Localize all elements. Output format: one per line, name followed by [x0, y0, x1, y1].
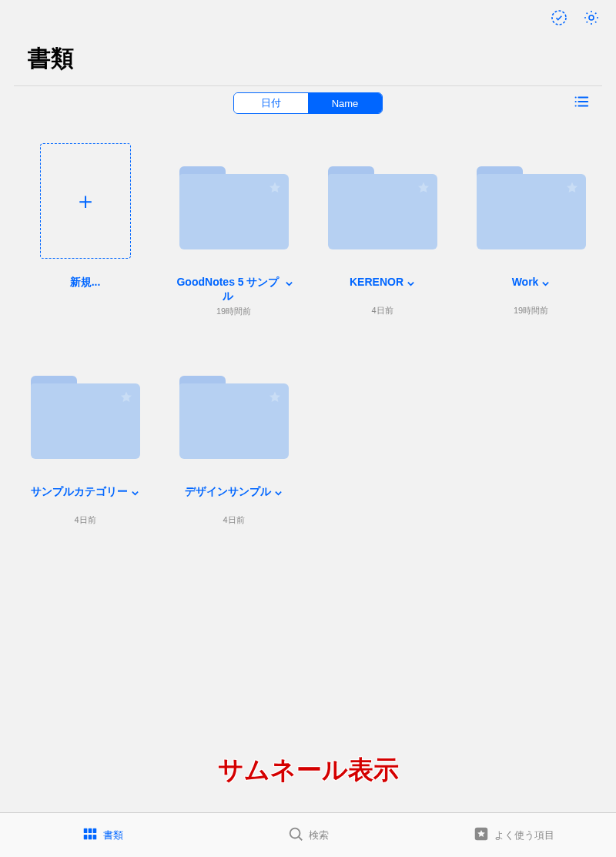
star-icon[interactable] [119, 390, 134, 408]
star-icon[interactable] [564, 180, 580, 199]
folder-icon [31, 376, 140, 459]
tab-search[interactable]: 検索 [206, 813, 411, 857]
chevron-down-icon[interactable] [541, 277, 550, 291]
documents-grid: ＋ 新規... GoodNotes 5 サンプル 19時間前 [0, 120, 616, 526]
folder-name: KERENOR [350, 276, 403, 290]
new-item-label: 新規... [70, 276, 101, 290]
folder-meta: 4日前 [74, 514, 95, 526]
folder-name: Work [512, 276, 539, 290]
star-icon[interactable] [416, 180, 431, 199]
folder-icon [179, 376, 289, 459]
svg-point-1 [589, 15, 594, 20]
gear-icon[interactable] [582, 8, 601, 30]
sort-name-tab[interactable]: Name [308, 93, 382, 113]
svg-rect-9 [89, 829, 92, 833]
svg-rect-11 [84, 835, 88, 839]
svg-point-4 [575, 101, 577, 102]
tab-documents-label: 書類 [103, 829, 123, 842]
folder-cell[interactable]: Work 19時間前 [469, 143, 593, 317]
grid-icon [82, 825, 99, 845]
sort-segmented: 日付 Name [233, 92, 383, 114]
tab-search-label: 検索 [309, 829, 329, 842]
folder-cell[interactable]: GoodNotes 5 サンプル 19時間前 [172, 143, 296, 317]
sort-date-tab[interactable]: 日付 [234, 93, 308, 113]
folder-meta: 19時間前 [216, 306, 251, 317]
svg-rect-10 [93, 829, 97, 833]
folder-cell[interactable]: KERENOR 4日前 [320, 143, 444, 317]
annotation-overlay: サムネール表示 [0, 753, 616, 788]
select-check-icon[interactable] [550, 8, 568, 30]
folder-name: サンプルカテゴリー [31, 485, 128, 499]
search-icon [287, 825, 304, 845]
chevron-down-icon[interactable] [407, 277, 415, 291]
folder-meta: 4日前 [223, 514, 244, 526]
top-toolbar [0, 0, 616, 38]
sort-bar: 日付 Name [0, 86, 616, 120]
svg-point-0 [552, 11, 566, 25]
folder-icon [179, 166, 289, 249]
annotation-text: サムネール表示 [218, 755, 399, 784]
star-icon[interactable] [267, 390, 283, 408]
chevron-down-icon[interactable] [274, 487, 283, 500]
folder-meta: 4日前 [371, 305, 393, 316]
tab-favorites[interactable]: よく使う項目 [410, 813, 616, 857]
page-title: 書類 [28, 43, 588, 75]
folder-name: デザインサンプル [185, 485, 271, 499]
svg-point-14 [290, 829, 300, 839]
star-icon[interactable] [267, 180, 283, 199]
svg-rect-13 [93, 835, 97, 839]
list-view-icon[interactable] [573, 93, 590, 113]
folder-name: GoodNotes 5 サンプル [174, 276, 282, 303]
chevron-down-icon[interactable] [131, 487, 139, 500]
star-badge-icon [473, 825, 490, 845]
folder-icon [328, 166, 437, 249]
svg-point-2 [575, 96, 577, 98]
new-item-box: ＋ [40, 143, 131, 259]
new-item-cell[interactable]: ＋ 新規... [23, 143, 147, 317]
folder-icon [477, 166, 586, 249]
svg-line-15 [299, 837, 302, 840]
bottom-tabbar: 書類 検索 よく使う項目 [0, 812, 616, 857]
tab-favorites-label: よく使う項目 [494, 829, 554, 842]
plus-icon: ＋ [74, 186, 97, 217]
tab-documents[interactable]: 書類 [0, 813, 206, 857]
folder-meta: 19時間前 [514, 305, 548, 316]
folder-cell[interactable]: デザインサンプル 4日前 [172, 353, 296, 526]
svg-rect-8 [84, 829, 88, 833]
chevron-down-icon[interactable] [285, 277, 293, 291]
svg-point-6 [575, 105, 577, 106]
svg-rect-12 [89, 835, 92, 839]
folder-cell[interactable]: サンプルカテゴリー 4日前 [23, 353, 147, 526]
